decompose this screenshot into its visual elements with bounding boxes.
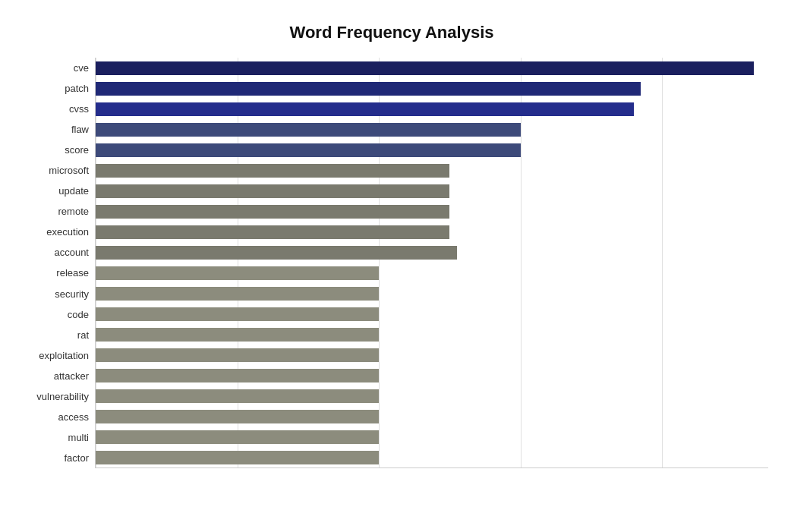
bar xyxy=(96,307,379,321)
y-label: security xyxy=(55,289,89,299)
bar xyxy=(96,143,521,157)
bar-row xyxy=(96,80,768,97)
bar-row xyxy=(96,285,768,302)
bar-row xyxy=(96,183,768,200)
bar xyxy=(96,82,641,96)
bar xyxy=(96,287,379,301)
bar xyxy=(96,102,634,116)
bar xyxy=(96,61,754,75)
bar-row xyxy=(96,326,768,343)
y-label: flaw xyxy=(71,124,89,134)
bar-row xyxy=(96,60,768,77)
bar-row xyxy=(96,408,768,425)
bar xyxy=(96,266,379,280)
bar xyxy=(96,225,449,239)
bar-row xyxy=(96,101,768,118)
chart-title: Word Frequency Analysis xyxy=(15,15,768,42)
bar xyxy=(96,430,379,444)
y-label: attacker xyxy=(54,371,89,381)
y-label: code xyxy=(68,310,89,320)
y-label: update xyxy=(58,186,89,196)
y-label: execution xyxy=(46,227,89,237)
y-axis: cvepatchcvssflawscoremicrosoftupdateremo… xyxy=(15,58,95,468)
y-label: remote xyxy=(58,206,89,216)
bar xyxy=(96,369,379,382)
bar-row xyxy=(96,203,768,220)
bar-row xyxy=(96,429,768,445)
bar-row xyxy=(96,449,768,466)
y-label: multi xyxy=(68,433,89,442)
bar-row xyxy=(96,306,768,323)
bars-area xyxy=(95,58,768,468)
y-label: vulnerability xyxy=(36,392,89,401)
y-label: account xyxy=(54,247,89,257)
bar-row xyxy=(96,388,768,405)
chart-container: Word Frequency Analysis cvepatchcvssflaw… xyxy=(0,0,791,532)
bar-row xyxy=(96,244,768,261)
bar-row xyxy=(96,142,768,159)
bar xyxy=(96,164,449,178)
bar xyxy=(96,410,379,423)
bar xyxy=(96,389,379,403)
chart-area: cvepatchcvssflawscoremicrosoftupdateremo… xyxy=(15,58,768,468)
y-label: factor xyxy=(64,453,89,463)
y-label: access xyxy=(58,412,89,422)
y-label: microsoft xyxy=(49,165,89,175)
bar-row xyxy=(96,121,768,138)
bar xyxy=(96,205,449,219)
bar xyxy=(96,328,379,342)
bar-row xyxy=(96,265,768,282)
y-label: cve xyxy=(74,63,89,73)
bar-row xyxy=(96,162,768,179)
bar xyxy=(96,246,457,260)
bar xyxy=(96,451,379,464)
bar xyxy=(96,348,379,362)
bar-row xyxy=(96,347,768,364)
bar xyxy=(96,184,449,198)
bar xyxy=(96,123,521,137)
bar-row xyxy=(96,367,768,384)
y-label: rat xyxy=(77,330,89,340)
y-label: patch xyxy=(65,83,89,93)
bar-row xyxy=(96,224,768,241)
y-label: score xyxy=(65,145,89,155)
y-label: exploitation xyxy=(39,351,89,360)
y-label: cvss xyxy=(69,104,89,114)
y-label: release xyxy=(56,268,89,278)
